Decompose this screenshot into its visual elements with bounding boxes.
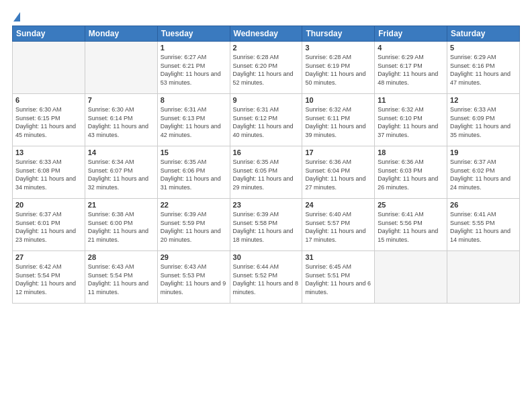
day-number: 9 <box>233 96 300 104</box>
day-number: 26 <box>450 201 517 209</box>
day-info: Sunrise: 6:30 AM Sunset: 6:14 PM Dayligh… <box>88 105 154 139</box>
weekday-header-saturday: Saturday <box>447 26 520 42</box>
calendar-cell: 19Sunrise: 6:37 AM Sunset: 6:02 PM Dayli… <box>447 146 520 199</box>
day-number: 30 <box>233 253 300 261</box>
calendar-cell: 28Sunrise: 6:43 AM Sunset: 5:54 PM Dayli… <box>85 251 157 304</box>
calendar-cell: 3Sunrise: 6:28 AM Sunset: 6:19 PM Daylig… <box>302 42 375 94</box>
calendar-cell <box>447 251 520 304</box>
day-number: 16 <box>233 148 300 156</box>
day-info: Sunrise: 6:33 AM Sunset: 6:08 PM Dayligh… <box>15 158 82 191</box>
calendar-cell: 31Sunrise: 6:45 AM Sunset: 5:51 PM Dayli… <box>302 251 375 304</box>
logo-arrow-icon <box>13 12 20 21</box>
day-number: 21 <box>88 201 154 209</box>
day-number: 11 <box>378 96 444 104</box>
calendar-cell <box>13 42 85 94</box>
calendar-cell: 2Sunrise: 6:28 AM Sunset: 6:20 PM Daylig… <box>230 42 302 94</box>
calendar-cell: 11Sunrise: 6:32 AM Sunset: 6:10 PM Dayli… <box>375 94 447 146</box>
day-number: 3 <box>305 44 371 52</box>
calendar-week-1: 1Sunrise: 6:27 AM Sunset: 6:21 PM Daylig… <box>13 42 520 94</box>
calendar-cell: 13Sunrise: 6:33 AM Sunset: 6:08 PM Dayli… <box>13 146 85 199</box>
day-number: 5 <box>450 44 517 52</box>
weekday-header-sunday: Sunday <box>13 26 85 42</box>
calendar-week-2: 6Sunrise: 6:30 AM Sunset: 6:15 PM Daylig… <box>13 94 520 146</box>
calendar-cell: 8Sunrise: 6:31 AM Sunset: 6:13 PM Daylig… <box>157 94 230 146</box>
day-number: 1 <box>161 44 227 52</box>
day-number: 13 <box>15 148 82 156</box>
day-number: 7 <box>88 96 154 104</box>
day-number: 4 <box>378 44 444 52</box>
day-number: 27 <box>15 253 82 261</box>
calendar-cell: 26Sunrise: 6:41 AM Sunset: 5:55 PM Dayli… <box>447 199 520 251</box>
day-number: 22 <box>161 201 227 209</box>
calendar-cell: 15Sunrise: 6:35 AM Sunset: 6:06 PM Dayli… <box>157 146 230 199</box>
day-number: 14 <box>88 148 154 156</box>
day-info: Sunrise: 6:33 AM Sunset: 6:09 PM Dayligh… <box>450 105 517 139</box>
calendar-cell: 20Sunrise: 6:37 AM Sunset: 6:01 PM Dayli… <box>13 199 85 251</box>
calendar-cell: 7Sunrise: 6:30 AM Sunset: 6:14 PM Daylig… <box>85 94 157 146</box>
day-info: Sunrise: 6:44 AM Sunset: 5:52 PM Dayligh… <box>233 263 300 296</box>
calendar-cell: 9Sunrise: 6:31 AM Sunset: 6:12 PM Daylig… <box>230 94 302 146</box>
day-info: Sunrise: 6:35 AM Sunset: 6:06 PM Dayligh… <box>161 158 227 191</box>
header <box>12 12 520 20</box>
day-info: Sunrise: 6:29 AM Sunset: 6:17 PM Dayligh… <box>378 53 444 87</box>
page: SundayMondayTuesdayWednesdayThursdayFrid… <box>0 0 532 411</box>
day-number: 28 <box>88 253 154 261</box>
calendar-cell: 12Sunrise: 6:33 AM Sunset: 6:09 PM Dayli… <box>447 94 520 146</box>
day-info: Sunrise: 6:31 AM Sunset: 6:13 PM Dayligh… <box>161 105 227 139</box>
day-number: 18 <box>378 148 444 156</box>
day-info: Sunrise: 6:37 AM Sunset: 6:02 PM Dayligh… <box>450 158 517 191</box>
day-info: Sunrise: 6:36 AM Sunset: 6:04 PM Dayligh… <box>305 158 371 191</box>
day-info: Sunrise: 6:38 AM Sunset: 6:00 PM Dayligh… <box>88 210 154 244</box>
day-info: Sunrise: 6:37 AM Sunset: 6:01 PM Dayligh… <box>15 210 82 244</box>
day-info: Sunrise: 6:31 AM Sunset: 6:12 PM Dayligh… <box>233 105 300 139</box>
calendar-cell: 18Sunrise: 6:36 AM Sunset: 6:03 PM Dayli… <box>375 146 447 199</box>
day-number: 29 <box>161 253 227 261</box>
weekday-header-thursday: Thursday <box>302 26 375 42</box>
day-number: 8 <box>161 96 227 104</box>
calendar-cell: 30Sunrise: 6:44 AM Sunset: 5:52 PM Dayli… <box>230 251 302 304</box>
day-number: 6 <box>15 96 82 104</box>
calendar-table: SundayMondayTuesdayWednesdayThursdayFrid… <box>12 26 520 304</box>
day-info: Sunrise: 6:43 AM Sunset: 5:54 PM Dayligh… <box>88 263 154 296</box>
calendar-week-5: 27Sunrise: 6:42 AM Sunset: 5:54 PM Dayli… <box>13 251 520 304</box>
day-info: Sunrise: 6:27 AM Sunset: 6:21 PM Dayligh… <box>161 53 227 87</box>
calendar-cell: 16Sunrise: 6:35 AM Sunset: 6:05 PM Dayli… <box>230 146 302 199</box>
calendar-cell: 25Sunrise: 6:41 AM Sunset: 5:56 PM Dayli… <box>375 199 447 251</box>
day-number: 15 <box>161 148 227 156</box>
calendar-cell: 4Sunrise: 6:29 AM Sunset: 6:17 PM Daylig… <box>375 42 447 94</box>
calendar-cell: 5Sunrise: 6:29 AM Sunset: 6:16 PM Daylig… <box>447 42 520 94</box>
day-info: Sunrise: 6:28 AM Sunset: 6:19 PM Dayligh… <box>305 53 371 87</box>
logo <box>12 12 20 20</box>
day-number: 12 <box>450 96 517 104</box>
day-info: Sunrise: 6:30 AM Sunset: 6:15 PM Dayligh… <box>15 105 82 139</box>
day-number: 23 <box>233 201 300 209</box>
day-info: Sunrise: 6:29 AM Sunset: 6:16 PM Dayligh… <box>450 53 517 87</box>
day-number: 24 <box>305 201 371 209</box>
day-info: Sunrise: 6:41 AM Sunset: 5:56 PM Dayligh… <box>378 210 444 244</box>
day-info: Sunrise: 6:34 AM Sunset: 6:07 PM Dayligh… <box>88 158 154 191</box>
calendar-week-4: 20Sunrise: 6:37 AM Sunset: 6:01 PM Dayli… <box>13 199 520 251</box>
weekday-header-monday: Monday <box>85 26 157 42</box>
calendar-cell: 6Sunrise: 6:30 AM Sunset: 6:15 PM Daylig… <box>13 94 85 146</box>
calendar-cell: 23Sunrise: 6:39 AM Sunset: 5:58 PM Dayli… <box>230 199 302 251</box>
day-info: Sunrise: 6:45 AM Sunset: 5:51 PM Dayligh… <box>305 263 371 296</box>
day-info: Sunrise: 6:28 AM Sunset: 6:20 PM Dayligh… <box>233 53 300 87</box>
weekday-header-tuesday: Tuesday <box>157 26 230 42</box>
calendar-cell: 24Sunrise: 6:40 AM Sunset: 5:57 PM Dayli… <box>302 199 375 251</box>
day-info: Sunrise: 6:36 AM Sunset: 6:03 PM Dayligh… <box>378 158 444 191</box>
calendar-cell: 29Sunrise: 6:43 AM Sunset: 5:53 PM Dayli… <box>157 251 230 304</box>
day-number: 19 <box>450 148 517 156</box>
weekday-header-wednesday: Wednesday <box>230 26 302 42</box>
calendar-cell: 22Sunrise: 6:39 AM Sunset: 5:59 PM Dayli… <box>157 199 230 251</box>
calendar-cell <box>85 42 157 94</box>
day-info: Sunrise: 6:43 AM Sunset: 5:53 PM Dayligh… <box>161 263 227 296</box>
calendar-cell: 10Sunrise: 6:32 AM Sunset: 6:11 PM Dayli… <box>302 94 375 146</box>
calendar-cell <box>375 251 447 304</box>
day-info: Sunrise: 6:39 AM Sunset: 5:59 PM Dayligh… <box>161 210 227 244</box>
day-number: 25 <box>378 201 444 209</box>
day-info: Sunrise: 6:41 AM Sunset: 5:55 PM Dayligh… <box>450 210 517 244</box>
day-info: Sunrise: 6:32 AM Sunset: 6:10 PM Dayligh… <box>378 105 444 139</box>
weekday-header-row: SundayMondayTuesdayWednesdayThursdayFrid… <box>13 26 520 42</box>
day-number: 31 <box>305 253 371 261</box>
weekday-header-friday: Friday <box>375 26 447 42</box>
